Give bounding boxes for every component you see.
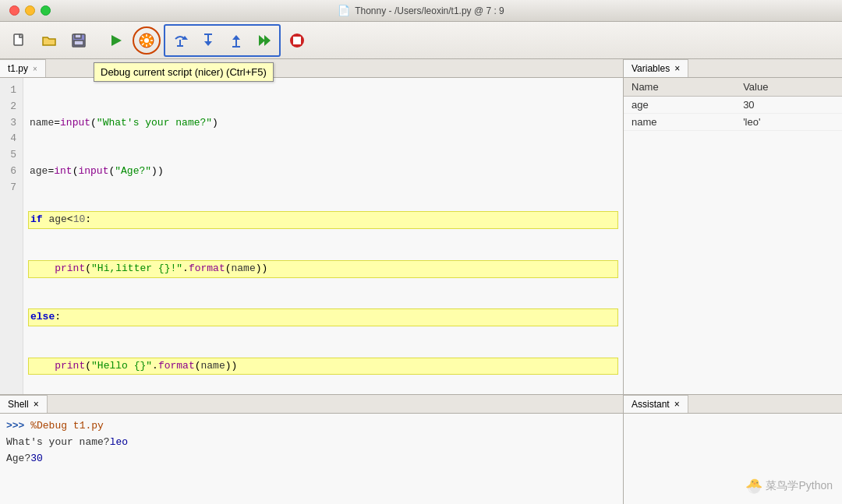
new-file-button[interactable] <box>6 27 33 54</box>
shell-tab[interactable]: Shell × <box>0 395 48 413</box>
variables-col-name: Name <box>624 78 735 97</box>
shell-output-2: Age?30 <box>6 451 617 467</box>
variables-table: Name Value age 30 name 'leo' <box>624 78 842 131</box>
debug-button[interactable] <box>133 26 161 55</box>
code-line-1: name=input("What's your name?") <box>30 115 617 132</box>
assistant-tab-bar: Assistant × <box>624 395 842 414</box>
variables-panel: Variables × Name Value age 30 <box>624 59 842 395</box>
code-line-4: print("Hi,litter {}!".format(name)) <box>28 260 618 278</box>
variables-tab-close[interactable]: × <box>674 63 680 74</box>
svg-point-6 <box>144 38 149 43</box>
resume-button[interactable] <box>251 27 278 54</box>
window-title: 📄 Thonny - /Users/leoxin/t1.py @ 7 : 9 <box>338 5 504 16</box>
window-buttons[interactable] <box>9 5 51 16</box>
variable-name-name: name <box>624 114 735 131</box>
variable-value-name: 'leo' <box>735 114 842 131</box>
variable-name-age: age <box>624 97 735 114</box>
code-line-6: print("Hello {}".format(name)) <box>28 358 618 375</box>
assistant-panel: Assistant × 🐣 菜鸟学Python <box>624 395 842 504</box>
variables-tab-bar: Variables × <box>624 59 842 78</box>
watermark: 🐣 菜鸟学Python <box>745 478 833 495</box>
step-out-button[interactable] <box>223 27 249 54</box>
variables-tab[interactable]: Variables × <box>624 59 688 77</box>
file-icon: 📄 <box>338 5 350 16</box>
variable-row-age: age 30 <box>624 97 842 114</box>
shell-tab-bar: Shell × <box>0 395 623 414</box>
svg-rect-3 <box>74 41 83 45</box>
editor-tab-close[interactable]: × <box>33 65 37 73</box>
svg-rect-27 <box>293 37 301 44</box>
maximize-button[interactable] <box>41 5 51 16</box>
svg-marker-24 <box>259 35 265 46</box>
variable-value-age: 30 <box>735 97 842 114</box>
code-line-2: age=int(input("Age?")) <box>30 164 617 180</box>
assistant-tab[interactable]: Assistant × <box>624 395 688 413</box>
debug-step-group <box>164 24 281 57</box>
save-file-button[interactable] <box>65 27 92 54</box>
shell-output-1: What's your name?leo <box>6 435 617 451</box>
minimize-button[interactable] <box>25 5 35 16</box>
left-panel: t1.py × 1 2 3 4 5 6 7 name=input("What's… <box>0 59 624 504</box>
svg-marker-25 <box>264 35 271 46</box>
assistant-tab-close[interactable]: × <box>674 399 680 410</box>
code-editor[interactable]: name=input("What's your name?") age=int(… <box>23 78 623 394</box>
shell-line-prompt: >>> %Debug t1.py <box>6 418 617 435</box>
toolbar: Debug current script (nicer) (Ctrl+F5) <box>0 22 842 59</box>
editor-area: t1.py × 1 2 3 4 5 6 7 name=input("What's… <box>0 59 623 395</box>
open-file-button[interactable] <box>36 27 62 54</box>
svg-marker-4 <box>111 35 122 46</box>
stop-button[interactable] <box>284 27 310 54</box>
assistant-content: 🐣 菜鸟学Python <box>624 414 842 504</box>
run-button[interactable] <box>103 27 129 54</box>
variable-row-name: name 'leo' <box>624 114 842 131</box>
shell-content[interactable]: >>> %Debug t1.py What's your name?leo Ag… <box>0 414 623 504</box>
step-over-button[interactable] <box>167 27 193 54</box>
main-area: t1.py × 1 2 3 4 5 6 7 name=input("What's… <box>0 59 842 504</box>
shell-tab-close[interactable]: × <box>34 399 39 410</box>
close-button[interactable] <box>9 5 19 16</box>
step-into-button[interactable] <box>195 27 221 54</box>
title-bar: 📄 Thonny - /Users/leoxin/t1.py @ 7 : 9 <box>0 0 842 22</box>
variables-col-value: Value <box>735 78 842 97</box>
right-panel: Variables × Name Value age 30 <box>624 59 842 504</box>
editor-content[interactable]: 1 2 3 4 5 6 7 name=input("What's your na… <box>0 78 623 394</box>
svg-rect-2 <box>75 34 81 38</box>
svg-marker-22 <box>232 35 240 40</box>
code-line-5: else: <box>28 308 618 326</box>
svg-marker-19 <box>204 41 212 46</box>
code-line-3: if age<10: <box>28 211 618 229</box>
watermark-icon: 🐣 <box>745 478 762 495</box>
line-numbers: 1 2 3 4 5 6 7 <box>0 78 23 394</box>
tooltip-debug: Debug current script (nicer) (Ctrl+F5) <box>94 62 274 82</box>
shell-area: Shell × >>> %Debug t1.py What's your nam… <box>0 395 623 504</box>
editor-tab-t1py[interactable]: t1.py × <box>0 59 46 77</box>
